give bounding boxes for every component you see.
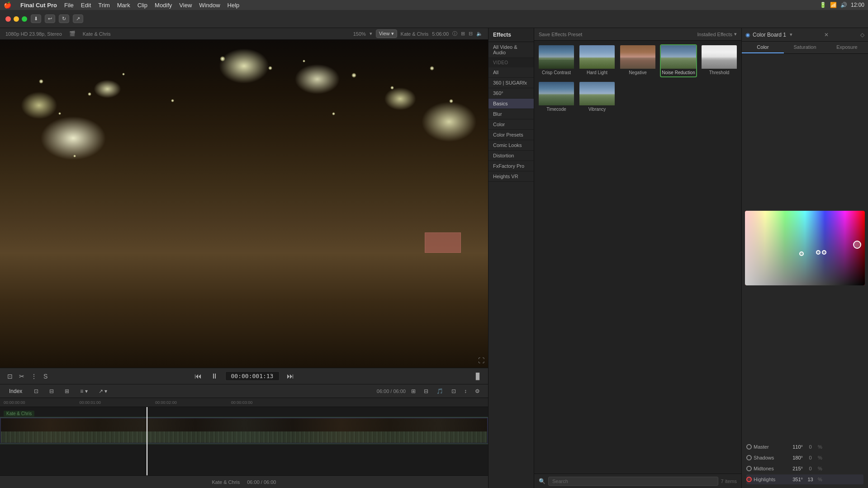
effect-timecode[interactable]: Timecode [538, 81, 575, 114]
effects-comic-looks[interactable]: Comic Looks [489, 140, 534, 151]
search-input[interactable] [548, 477, 718, 486]
menu-clip[interactable]: Clip [138, 2, 147, 9]
effects-all[interactable]: All [489, 67, 534, 78]
timeline-right-btn1[interactable]: ⊞ [408, 387, 418, 395]
sparkle [430, 66, 434, 71]
effect-noise-reduction[interactable]: Noise Reduction [660, 44, 697, 77]
skip-forward-button[interactable]: ⏭ [285, 371, 296, 381]
wheel-dot-1[interactable] [799, 251, 804, 256]
tab-color[interactable]: Color [742, 42, 784, 53]
zoom-chevron[interactable]: ▾ [370, 31, 372, 37]
wheel-dot-3[interactable] [822, 250, 826, 255]
effects-fxfactory[interactable]: FxFactory Pro [489, 161, 534, 171]
info-icon[interactable]: ⓘ [452, 30, 457, 37]
app-name[interactable]: Final Cut Pro [20, 2, 57, 9]
blade-button[interactable]: ✂ [17, 372, 26, 381]
adj-shadows[interactable]: Shadows 180° 0 % [746, 453, 863, 463]
timeline-dropdown-btn[interactable]: ≡ ▾ [77, 387, 90, 395]
effect-hard-light[interactable]: Hard Light [579, 44, 616, 77]
skip-back-button[interactable]: ⏮ [193, 371, 204, 381]
audio-icon[interactable]: 🔈 [476, 31, 483, 37]
color-tabs: Color Saturation Exposure [742, 42, 868, 54]
adj-master[interactable]: Master 110° 0 % [746, 442, 863, 452]
layout-icon2[interactable]: ⊟ [469, 31, 473, 37]
timeline-btn-2[interactable]: ⊟ [47, 387, 57, 395]
layout-icon1[interactable]: ⊞ [461, 31, 465, 37]
view-button[interactable]: View ▾ [376, 29, 397, 38]
installed-effects-chevron[interactable]: ▾ [734, 31, 737, 37]
menu-view[interactable]: View [179, 2, 192, 9]
timeline-audio-btn[interactable]: 🎵 [434, 387, 446, 395]
timeline-btn-3[interactable]: ⊞ [62, 387, 72, 395]
menu-file[interactable]: File [64, 2, 74, 9]
timeline-select-btn[interactable]: ↗ ▾ [96, 387, 110, 395]
effects-blur[interactable]: Blur [489, 109, 534, 119]
close-button[interactable] [5, 16, 11, 22]
playhead[interactable] [147, 407, 147, 475]
effects-distortion[interactable]: Distortion [489, 151, 534, 161]
minimize-button[interactable] [14, 16, 19, 22]
effects-basics[interactable]: Basics [489, 99, 534, 109]
timeline-snap-btn[interactable]: ⊡ [449, 387, 459, 395]
trim-button[interactable]: ⋮ [29, 372, 39, 381]
clock-icon: 12:00 [851, 2, 864, 8]
menu-edit[interactable]: Edit [81, 2, 91, 9]
redo-button[interactable]: ↻ [59, 14, 69, 23]
color-board-chevron[interactable]: ▾ [790, 32, 792, 38]
adj-highlights[interactable]: Highlights 351° 13 % [746, 474, 863, 484]
adj-highlights-dot[interactable] [746, 477, 752, 482]
adj-midtones-pct: 0 [805, 466, 816, 471]
timeline-btn-1[interactable]: ⊡ [31, 387, 41, 395]
timeline-settings-btn[interactable]: ⚙ [472, 387, 483, 395]
effect-crisp-contrast[interactable]: Crisp Contrast [538, 44, 575, 77]
index-label[interactable]: Index [5, 387, 26, 395]
tab-exposure[interactable]: Exposure [826, 42, 868, 53]
adj-shadows-dot[interactable] [746, 455, 752, 460]
menu-modify[interactable]: Modify [155, 2, 172, 9]
zoom-level[interactable]: 150% [353, 31, 366, 37]
share-button[interactable]: ↗ [73, 14, 83, 23]
effects-360deg[interactable]: 360° [489, 88, 534, 99]
adj-midtones-dot[interactable] [746, 466, 752, 471]
video-track[interactable] [0, 417, 488, 444]
adj-master-pct: 0 [805, 444, 816, 450]
color-wheel-wrapper[interactable] [744, 56, 866, 440]
save-effects-preset-button[interactable]: Save Effects Preset [539, 32, 582, 37]
skimmer-button[interactable]: S [42, 372, 49, 381]
color-wheel[interactable] [745, 211, 865, 285]
audio-meter-button[interactable]: ▊ [474, 372, 483, 381]
effects-all-video[interactable]: All Video & Audio [489, 42, 534, 58]
color-gradient-light [745, 211, 865, 285]
center-duration: 06:00 / 06:00 [247, 479, 276, 485]
adj-midtones[interactable]: Midtones 215° 0 % [746, 464, 863, 474]
wheel-dot-highlights[interactable] [853, 241, 861, 249]
panel-close-button[interactable]: ✕ [824, 32, 829, 38]
menu-window[interactable]: Window [199, 2, 220, 9]
effect-threshold[interactable]: Threshold [701, 44, 738, 77]
adj-highlights-pct: 13 [805, 477, 816, 482]
maximize-button[interactable] [22, 16, 27, 22]
effect-vibrancy[interactable]: Vibrancy [579, 81, 616, 114]
adj-master-dot[interactable] [746, 444, 752, 450]
apple-logo[interactable]: 🍎 [4, 1, 11, 9]
effects-heights-vr[interactable]: Heights VR [489, 171, 534, 182]
timecode-display: 00:00:001:13 [225, 371, 280, 381]
timeline-right-btn2[interactable]: ⊟ [421, 387, 431, 395]
panel-pin-button[interactable]: ◇ [860, 32, 864, 38]
undo-button[interactable]: ↩ [45, 14, 55, 23]
effects-color[interactable]: Color [489, 119, 534, 130]
fullscreen-button[interactable]: ⛶ [478, 357, 484, 364]
tab-saturation[interactable]: Saturation [784, 42, 826, 53]
view-toggle-button[interactable]: ⊡ [5, 372, 14, 381]
effects-grid: Crisp Contrast Hard Light Negative Noise… [534, 41, 741, 474]
play-pause-button[interactable]: ⏸ [209, 371, 220, 381]
timeline-zoom-btn[interactable]: ↕ [461, 387, 470, 395]
effects-color-presets[interactable]: Color Presets [489, 130, 534, 140]
menu-help[interactable]: Help [228, 2, 240, 9]
effect-negative[interactable]: Negative [619, 44, 656, 77]
wheel-dot-2[interactable] [816, 250, 821, 255]
menu-mark[interactable]: Mark [117, 2, 130, 9]
effects-360-sugarfx[interactable]: 360 | SUGARfx [489, 78, 534, 88]
menu-trim[interactable]: Trim [98, 2, 110, 9]
download-button[interactable]: ⬇ [31, 14, 41, 23]
